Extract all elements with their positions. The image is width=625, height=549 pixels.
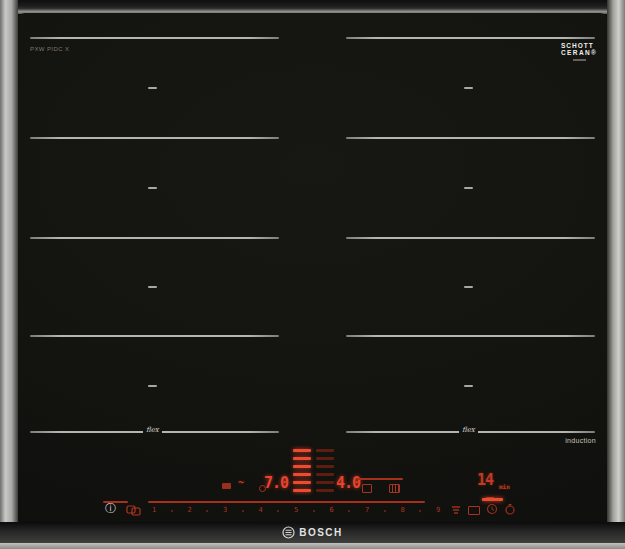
slider-key-7[interactable]: 7 <box>361 506 373 514</box>
schott-ceran-logo: SCHOTT CERAN® <box>561 42 597 61</box>
slider-dot[interactable] <box>313 510 315 512</box>
right-zone-power-display: 4.0 <box>336 474 360 492</box>
slider-key-9[interactable]: 9 <box>432 506 444 514</box>
schott-sub-mark <box>573 59 586 61</box>
flex-script-left: flex <box>143 426 162 434</box>
bosch-logo: BOSCH <box>282 526 343 539</box>
zone-centre-mark <box>148 187 157 189</box>
slider-dot[interactable] <box>277 510 279 512</box>
zone-centre-mark <box>148 286 157 288</box>
slider-key-1[interactable]: 1 <box>148 506 160 514</box>
slider-key-8[interactable]: 8 <box>397 506 409 514</box>
power-bar-dim <box>316 489 334 492</box>
power-bar-bright <box>293 465 311 468</box>
pan-size-icon[interactable] <box>468 506 480 515</box>
pan-icon[interactable] <box>222 483 231 489</box>
zone-centre-mark <box>464 187 473 189</box>
frame-bottom-band: BOSCH <box>0 522 625 543</box>
timer-display: 14 <box>477 471 493 489</box>
power-bar-dim <box>316 449 334 452</box>
slider-key-5[interactable]: 5 <box>290 506 302 514</box>
transfer-underline <box>357 478 403 480</box>
slider-key-2[interactable]: 2 <box>184 506 196 514</box>
bosch-wordmark: BOSCH <box>299 527 343 538</box>
zone-centre-mark <box>464 286 473 288</box>
induction-label: induction <box>552 437 596 444</box>
zone-centre-mark <box>464 385 473 387</box>
timer-active-segment <box>482 498 503 501</box>
frame-right-edge <box>607 0 625 549</box>
schott-line1: SCHOTT <box>561 42 597 49</box>
power-bar-bright <box>293 449 311 452</box>
zone-line <box>346 335 595 337</box>
model-number-label: PXW PIDC X <box>30 46 69 52</box>
power-bar-dim <box>316 473 334 476</box>
ceramic-glass-surface <box>18 13 607 523</box>
zone-centre-mark <box>148 385 157 387</box>
stopwatch-icon[interactable] <box>504 503 516 515</box>
move-zone-icon[interactable] <box>362 484 372 493</box>
zone-centre-mark <box>464 87 473 89</box>
zone-line <box>346 137 595 139</box>
power-bar-dim <box>316 481 334 484</box>
zone-line <box>30 137 279 139</box>
slider-dot[interactable] <box>171 510 173 512</box>
zone-line <box>346 237 595 239</box>
frame-bottom-trim <box>0 543 625 549</box>
power-bar-dim <box>316 465 334 468</box>
induction-cooktop: PXW PIDC X SCHOTT CERAN® flex flex induc… <box>0 0 625 549</box>
zone-line <box>30 37 279 39</box>
slider-track[interactable] <box>148 501 425 503</box>
slider-dot[interactable] <box>384 510 386 512</box>
zone-line <box>30 237 279 239</box>
slider-dot[interactable] <box>419 510 421 512</box>
slider-key-3[interactable]: 3 <box>219 506 231 514</box>
zone-line <box>30 335 279 337</box>
power-bar-dim <box>316 457 334 460</box>
flex-script-right: flex <box>459 426 478 434</box>
slider-key-4[interactable]: 4 <box>255 506 267 514</box>
grid-zone-icon[interactable] <box>389 484 400 493</box>
power-bar-bright <box>293 457 311 460</box>
schott-line2: CERAN® <box>561 49 597 56</box>
zone-centre-mark <box>148 87 157 89</box>
keep-warm-icon[interactable]: ~ <box>238 477 243 488</box>
slider-dot[interactable] <box>348 510 350 512</box>
left-zone-power-display: 7.0 <box>264 474 288 492</box>
boost-icon[interactable] <box>450 505 462 516</box>
slider-dot[interactable] <box>206 510 208 512</box>
slider-key-6[interactable]: 6 <box>326 506 338 514</box>
bosch-emblem-icon <box>282 526 295 539</box>
slider-dot[interactable] <box>242 510 244 512</box>
frame-bottom-edge: BOSCH <box>0 522 625 549</box>
power-bar-bright <box>293 473 311 476</box>
timer-unit-label: min <box>499 483 510 490</box>
info-key[interactable]: ⓘ <box>105 503 116 514</box>
power-bar-bright <box>293 481 311 484</box>
clock-timer-icon[interactable] <box>486 503 498 515</box>
frame-left-edge <box>0 0 18 549</box>
power-bar-bright <box>293 489 311 492</box>
frame-top-edge <box>0 0 625 14</box>
zone-line <box>346 37 595 39</box>
wipe-protection-icon[interactable] <box>126 504 142 516</box>
